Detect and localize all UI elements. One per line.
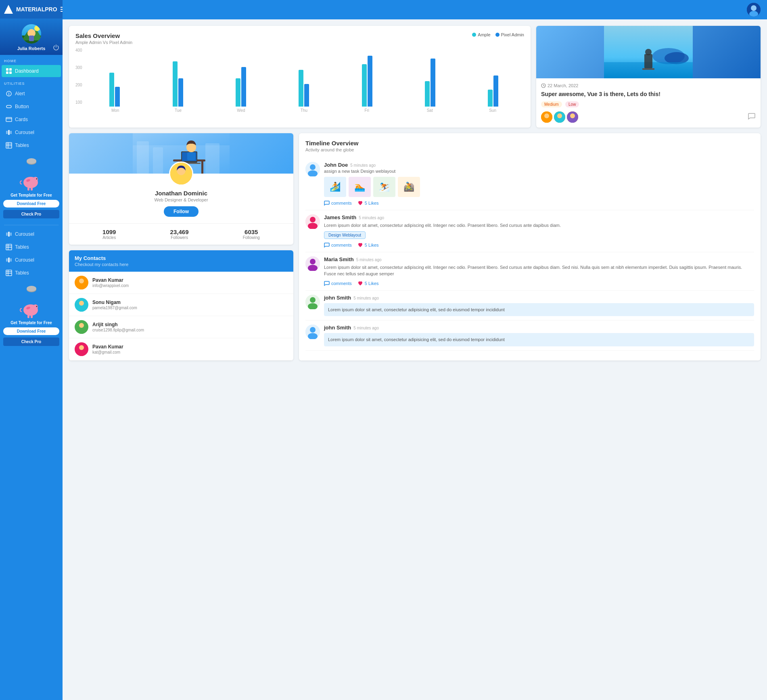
blog-avatar-2 (554, 111, 565, 123)
bar-pixel-4 (368, 56, 372, 107)
sidebar-item-curousel1[interactable]: Curousel (2, 126, 61, 138)
timeline-avatar-4 (305, 325, 320, 339)
chart-bars (84, 48, 524, 107)
app-logo (4, 5, 13, 14)
sidebar-item-alert[interactable]: Alert (2, 88, 61, 100)
blog-image (536, 26, 761, 78)
design-badge-1: Design Weblayout (324, 231, 366, 239)
check-pro-btn-1[interactable]: Check Pro (3, 210, 59, 218)
profile-role: Web Designer & Developer (75, 197, 287, 202)
sidebar-item-tables2[interactable]: Tables (2, 241, 61, 253)
x-label-thu: Thu (272, 108, 335, 113)
blog-avatars (541, 111, 756, 123)
contact-info-3: Pavan Kumarkat@gmail.com (92, 344, 288, 354)
sidebar-item-dashboard[interactable]: Dashboard (2, 65, 61, 77)
timeline-name-4: john Smith (324, 325, 351, 331)
contact-item-1: Sonu Nigampamela1987@gmail.com (69, 294, 293, 316)
sidebar-item-curousel2[interactable]: Curousel (2, 228, 61, 240)
timeline-img-0-1: 🏊 (349, 177, 371, 197)
svg-rect-78 (137, 141, 149, 174)
likes-btn-0[interactable]: 5 Likes (357, 200, 379, 206)
blog-date-text: 22 March, 2022 (548, 83, 578, 88)
app-name: MATERIALPRO (16, 6, 57, 13)
left-column: Jonathan Dominic Web Designer & Develope… (69, 133, 293, 360)
chart-container: 400 300 200 100 MonTueWedThuFriSatSun (75, 48, 524, 113)
timeline-title: Timeline Overview (305, 140, 754, 147)
bars-pair-2 (236, 50, 246, 107)
svg-rect-19 (10, 131, 12, 134)
svg-rect-40 (8, 258, 10, 262)
timeline-header-2: Maria Smith5 minutes ago (324, 256, 754, 262)
timeline-avatar-3 (305, 295, 320, 309)
bars-pair-1 (173, 50, 183, 107)
contact-name-3: Pavan Kumar (92, 344, 288, 350)
bar-ample-2 (236, 78, 240, 107)
promo-text-1: Get Template for Free (10, 193, 52, 197)
svg-point-62 (645, 49, 652, 55)
bar-group-4 (336, 50, 398, 107)
timeline-header-1: James Smith5 minutes ago (324, 214, 754, 220)
svg-point-101 (77, 328, 86, 334)
contacts-list: Pavan Kumarinfo@wrappixel.comSonu Nigamp… (69, 272, 293, 360)
contact-email-2: cruise1298.fiplip@gmail.com (92, 328, 288, 332)
check-pro-btn-2[interactable]: Check Pro (3, 337, 59, 346)
timeline-item-2: Maria Smith5 minutes agoLorem ipsum dolo… (305, 252, 754, 291)
bar-pixel-3 (304, 84, 309, 107)
timeline-item-3: john Smith5 minutes agoLorem ipsum dolor… (305, 291, 754, 321)
svg-rect-52 (31, 315, 33, 318)
svg-rect-80 (205, 143, 219, 174)
comments-btn-1[interactable]: comments (324, 242, 352, 248)
svg-rect-39 (6, 258, 8, 262)
sidebar-item-tables3[interactable]: Tables (2, 267, 61, 279)
svg-rect-29 (27, 187, 29, 191)
svg-point-95 (77, 284, 86, 289)
download-free-btn-2[interactable]: Download Free (3, 327, 59, 335)
contact-item-2: Arijit singhcruise1298.fiplip@gmail.com (69, 316, 293, 338)
bars-pair-4 (362, 50, 372, 107)
likes-btn-2[interactable]: 5 Likes (357, 281, 379, 286)
sidebar-item-cards[interactable]: Cards (2, 113, 61, 126)
likes-btn-1[interactable]: 5 Likes (357, 242, 379, 248)
timeline-subtitle: Activity around the globe (305, 147, 754, 152)
timeline-time-3: 5 minutes ago (353, 296, 379, 300)
timeline-reactions-1: comments 5 Likes (324, 242, 754, 248)
follow-button[interactable]: Follow (164, 206, 199, 217)
profile-name: Jonathan Dominic (75, 190, 287, 197)
user-avatar (22, 24, 41, 44)
tag-medium: Medium (541, 101, 562, 107)
tables2-label: Tables (15, 244, 29, 250)
bar-ample-5 (425, 81, 430, 107)
comments-btn-0[interactable]: comments (324, 200, 352, 206)
sidebar-item-tables1[interactable]: Tables (2, 139, 61, 151)
sidebar-item-button[interactable]: Button (2, 101, 61, 113)
timeline-quote-3: Lorem ipsum dolor sit amet, consectetur … (324, 303, 754, 316)
contact-avatar-3 (75, 342, 88, 356)
sales-overview-card: Sales Overview Ample Admin Vs Pixel Admi… (69, 26, 531, 128)
contact-email-1: pamela1987@gmail.com (92, 306, 288, 310)
promo-section-1: Get Template for Free Download Free Chec… (0, 152, 63, 222)
comment-icon[interactable] (748, 112, 756, 122)
dashboard-label: Dashboard (15, 68, 39, 74)
row-2: Jonathan Dominic Web Designer & Develope… (69, 133, 761, 360)
button-label: Button (15, 104, 29, 109)
svg-point-112 (310, 259, 316, 264)
bar-group-0 (84, 50, 146, 107)
svg-point-91 (178, 171, 184, 175)
topbar (63, 0, 767, 19)
timeline-action-0: assign a new task Design weblayout (324, 169, 754, 174)
timeline-text-1: Lorem ipsum dolor sit amet, consectetur … (324, 222, 754, 229)
contact-name-1: Sonu Nigam (92, 300, 288, 305)
power-icon[interactable] (53, 44, 59, 51)
timeline-item-1: James Smith5 minutes agoLorem ipsum dolo… (305, 210, 754, 252)
timeline-content-4: john Smith5 minutes agoLorem ipsum dolor… (324, 325, 754, 346)
chart-x-labels: MonTueWedThuFriSatSun (84, 108, 524, 113)
bars-pair-3 (299, 50, 309, 107)
topbar-user-avatar[interactable] (747, 3, 761, 17)
bar-pixel-0 (115, 87, 120, 107)
sidebar-item-curousel3[interactable]: Curousel (2, 254, 61, 266)
svg-point-115 (310, 297, 316, 303)
download-free-btn-1[interactable]: Download Free (3, 200, 59, 207)
svg-rect-33 (8, 232, 10, 237)
comments-btn-2[interactable]: comments (324, 281, 352, 286)
contact-email-3: kat@gmail.com (92, 350, 288, 354)
